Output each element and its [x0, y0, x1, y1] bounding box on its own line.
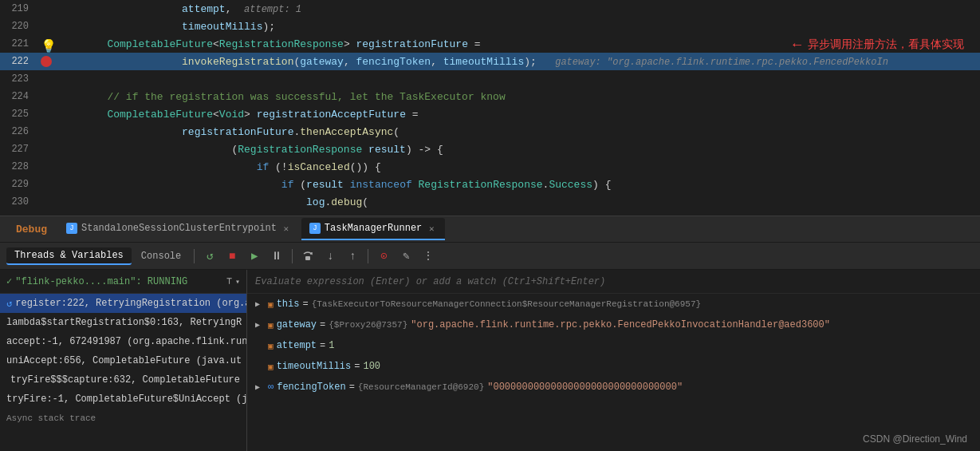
var-fencing-ref: {ResourceManagerId@6920} [358, 382, 484, 392]
tab-taskmanager[interactable]: J TaskManagerRunner ✕ [301, 218, 445, 240]
code-line-227: 227 (RegistrationResponse result) -> { [0, 140, 980, 158]
var-gateway-field-icon: ▣ [268, 320, 274, 330]
variables-panel: Evaluate expression (Enter) or add a wat… [247, 270, 980, 451]
var-this-name: this [277, 299, 300, 310]
more-button[interactable]: ⋮ [418, 246, 439, 267]
code-line-229: 229 if (result instanceof RegistrationRe… [0, 176, 980, 193]
thread-selector[interactable]: ✓ "flink-pekko....main": RUNNING ⊤ ▾ [0, 270, 246, 294]
var-gateway-ref: {$Proxy26@7357} [329, 320, 407, 330]
annotation-text: 异步调用注册方法，看具体实现 [808, 38, 964, 52]
evaluate-placeholder: Evaluate expression (Enter) or add a wat… [255, 276, 605, 287]
var-attempt-value: 1 [329, 340, 334, 351]
var-fencingtoken[interactable]: ▶ ∞ fencingToken = {ResourceManagerId@69… [247, 377, 980, 398]
var-timeout-name: timeoutMillis [277, 361, 352, 372]
stack-frame-3[interactable]: accept:-1, 672491987 (org.apache.flink.r… [0, 332, 246, 351]
var-field-icon: ▣ [268, 299, 274, 310]
annotation-arrow-icon: ← [793, 37, 801, 53]
step-over-button[interactable] [297, 246, 318, 267]
bottom-panel: ✓ "flink-pekko....main": RUNNING ⊤ ▾ ↺ r… [0, 270, 980, 451]
stop-button[interactable]: ■ [222, 246, 242, 267]
run-cursor-button[interactable]: ⊙ [373, 246, 394, 267]
stack-frame-6[interactable]: tryFire:-1, CompletableFuture$UniAccept … [0, 390, 246, 409]
var-attempt-name: attempt [277, 340, 317, 351]
stack-frame-2[interactable]: lambda$startRegistration$0:163, Retrying… [0, 313, 246, 332]
tab-standalone-close[interactable]: ✕ [281, 223, 292, 234]
console-tab[interactable]: Console [133, 248, 189, 264]
step-out-button[interactable]: ↑ [342, 246, 363, 267]
code-line-225: 225 CompletableFuture<Void> registration… [0, 105, 980, 123]
toolbar-sep-2 [292, 249, 293, 263]
breakpoint-icon [41, 56, 52, 67]
stack-frame-4-label: uniAccept:656, CompletableFuture (java.u… [6, 355, 242, 366]
async-stack-trace-label: Async stack trace [0, 409, 246, 428]
tab-taskmanager-close[interactable]: ✕ [426, 223, 437, 234]
tab-standalone-label: StandaloneSessionClusterEntrypoint [81, 223, 277, 234]
stack-frame-5-label: tryFire$$$capture:632, CompletableFuture [10, 374, 240, 386]
filter-icon[interactable]: ⊤ [226, 275, 232, 287]
var-attempt[interactable]: ▶ ▣ attempt = 1 [247, 335, 980, 356]
watermark: CSDN @Direction_Wind [863, 433, 967, 445]
code-line-224: 224 // if the registration was successfu… [0, 88, 980, 105]
var-expand-this[interactable]: ▶ [255, 299, 265, 309]
var-timeout-value: 100 [363, 361, 380, 372]
code-line-223: 223 [0, 70, 980, 88]
code-line-228: 228 if (!isCanceled()) { [0, 158, 980, 176]
var-timeout-field-icon: ▣ [268, 362, 274, 372]
toolbar-sep-3 [368, 249, 368, 263]
code-editor: 219 attempt, attempt: 1 220 timeoutMilli… [0, 0, 980, 216]
code-line-220: 220 timeoutMillis); [0, 18, 980, 35]
stack-frame-5[interactable]: tryFire$$$capture:632, CompletableFuture [0, 370, 246, 390]
stack-frame-1[interactable]: ↺ register:222, RetryingRegistration (or… [0, 294, 246, 313]
dropdown-arrow-icon[interactable]: ▾ [235, 277, 240, 287]
debug-label[interactable]: Debug [6, 220, 57, 239]
step-over-icon [302, 251, 313, 262]
tab-taskmanager-label: TaskManagerRunner [325, 223, 422, 234]
thread-name: "flink-pekko....main": RUNNING [15, 276, 187, 287]
var-this[interactable]: ▶ ▣ this = {TaskExecutorToResourceManage… [247, 294, 980, 315]
var-timeoutmillis[interactable]: ▶ ▣ timeoutMillis = 100 [247, 356, 980, 377]
stack-frame-4[interactable]: uniAccept:656, CompletableFuture (java.u… [0, 351, 246, 370]
var-fencing-name: fencingToken [277, 382, 345, 393]
var-this-ref: {TaskExecutorToResourceManagerConnection… [312, 299, 701, 309]
step-into-button[interactable]: ↓ [320, 246, 340, 267]
var-attempt-field-icon: ▣ [268, 341, 274, 351]
tab-standalone-icon: J [66, 223, 77, 234]
code-line-230: 230 log.debug( [0, 193, 980, 211]
evaluate-button[interactable]: ✎ [396, 246, 416, 267]
tab-standalone[interactable]: J StandaloneSessionClusterEntrypoint ✕ [58, 218, 300, 240]
svg-rect-0 [305, 256, 310, 260]
thread-checkmark-icon: ✓ [6, 275, 12, 287]
var-fencing-value: "00000000000000000000000000000000" [487, 382, 683, 393]
var-expand-fencing[interactable]: ▶ [255, 382, 265, 392]
debug-toolbar: Threads & Variables Console ↺ ■ ▶ ⏸ ↓ ↑ … [0, 243, 980, 270]
tab-taskmanager-icon: J [309, 223, 321, 234]
threads-panel: ✓ "flink-pekko....main": RUNNING ⊤ ▾ ↺ r… [0, 270, 247, 451]
stack-frame-2-label: lambda$startRegistration$0:163, Retrying… [6, 317, 242, 328]
stack-arrow-icon: ↺ [6, 298, 12, 310]
stack-frame-3-label: accept:-1, 672491987 (org.apache.flink.r… [6, 336, 246, 347]
threads-variables-tab[interactable]: Threads & Variables [6, 247, 132, 265]
debug-arrow-icon: 💡 [41, 38, 52, 49]
stack-frame-1-label: register:222, RetryingRegistration (org.… [15, 298, 246, 309]
var-gateway-value: "org.apache.flink.runtime.rpc.pekko.Fenc… [411, 319, 830, 330]
var-gateway[interactable]: ▶ ▣ gateway = {$Proxy26@7357} "org.apach… [247, 315, 980, 335]
var-gateway-name: gateway [277, 319, 317, 330]
var-expand-gateway[interactable]: ▶ [255, 320, 265, 330]
toolbar-sep-1 [194, 249, 195, 263]
evaluate-bar[interactable]: Evaluate expression (Enter) or add a wat… [247, 270, 980, 294]
var-fencing-infinity-icon: ∞ [268, 382, 274, 393]
debug-tabbar: Debug J StandaloneSessionClusterEntrypoi… [0, 216, 980, 243]
stack-frame-6-label: tryFire:-1, CompletableFuture$UniAccept … [6, 394, 246, 405]
resume-button[interactable]: ▶ [244, 246, 265, 267]
rerun-button[interactable]: ↺ [199, 246, 220, 267]
code-line-222: 222 invokeRegistration(gateway, fencingT… [0, 53, 980, 70]
pause-button[interactable]: ⏸ [266, 246, 287, 267]
code-line-219: 219 attempt, attempt: 1 [0, 0, 980, 18]
code-line-226: 226 registrationFuture.thenAcceptAsync( [0, 123, 980, 140]
code-line-221: 221 💡 CompletableFuture<RegistrationResp… [0, 35, 980, 53]
annotation: ← 异步调用注册方法，看具体实现 [793, 37, 964, 53]
